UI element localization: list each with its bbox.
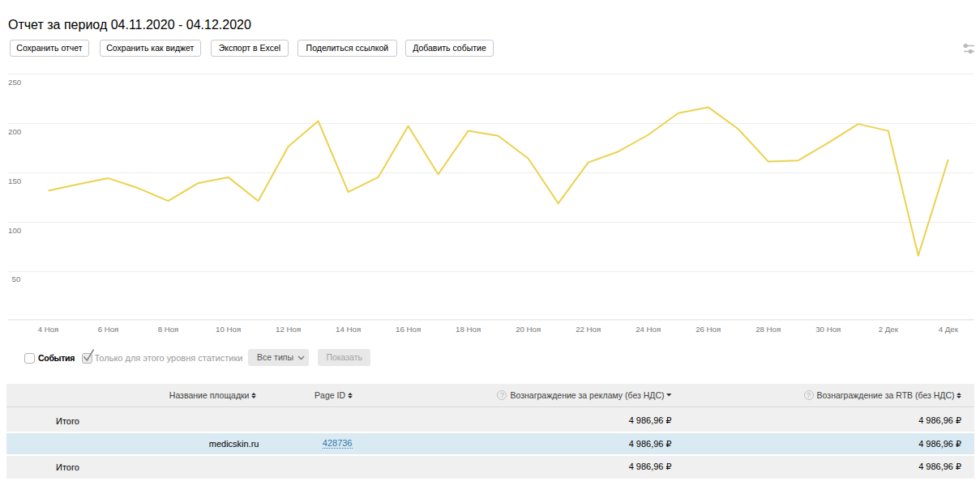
svg-text:200: 200 — [8, 127, 22, 136]
svg-text:16 Ноя: 16 Ноя — [396, 325, 421, 334]
svg-text:18 Ноя: 18 Ноя — [456, 325, 481, 334]
svg-text:6 Ноя: 6 Ноя — [98, 325, 119, 334]
svg-text:12 Ноя: 12 Ноя — [276, 325, 301, 334]
svg-text:28 Ноя: 28 Ноя — [755, 325, 781, 334]
svg-text:150: 150 — [8, 177, 22, 185]
svg-text:30 Ноя: 30 Ноя — [815, 325, 841, 334]
svg-text:10 Ноя: 10 Ноя — [216, 325, 241, 334]
svg-text:2 Дек: 2 Дек — [879, 325, 899, 334]
svg-text:4 Дек: 4 Дек — [939, 325, 959, 334]
svg-text:8 Ноя: 8 Ноя — [158, 325, 179, 334]
svg-text:250: 250 — [8, 78, 22, 87]
svg-text:26 Ноя: 26 Ноя — [695, 325, 721, 334]
svg-text:100: 100 — [8, 226, 22, 235]
svg-text:50: 50 — [12, 275, 21, 283]
svg-text:20 Ноя: 20 Ноя — [516, 325, 541, 334]
svg-text:4 Ноя: 4 Ноя — [38, 325, 59, 334]
svg-text:14 Ноя: 14 Ноя — [336, 325, 361, 334]
svg-text:22 Ноя: 22 Ноя — [576, 325, 601, 334]
svg-text:24 Ноя: 24 Ноя — [636, 325, 661, 334]
